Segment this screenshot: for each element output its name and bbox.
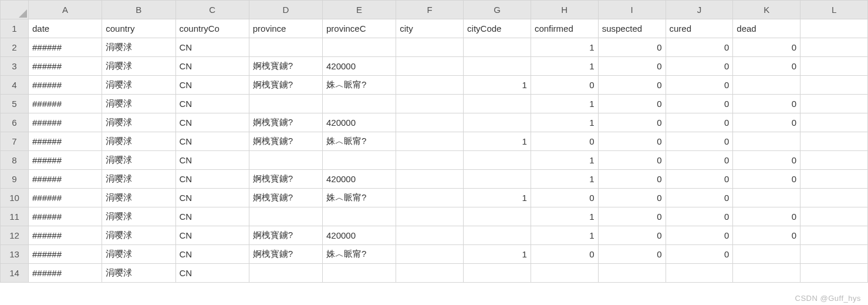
cell[interactable]: 0 — [666, 113, 733, 132]
cell[interactable]: 婀栧寳鐪? — [249, 113, 322, 132]
row-header-5[interactable]: 5 — [1, 95, 29, 113]
cell[interactable]: 婀栧寳鐪? — [249, 57, 322, 76]
cell[interactable]: province — [249, 19, 322, 38]
column-header-F[interactable]: F — [396, 1, 464, 19]
cell[interactable] — [249, 151, 322, 170]
cell[interactable]: 0 — [666, 95, 733, 113]
cell[interactable]: ###### — [29, 226, 102, 245]
cell[interactable]: 0 — [598, 207, 666, 226]
cell[interactable]: 0 — [666, 189, 733, 207]
cell[interactable] — [598, 264, 666, 283]
cell[interactable]: 姝︿眽甯? — [323, 189, 396, 207]
cell[interactable]: 420000 — [323, 57, 396, 76]
cell[interactable]: 涓嘤浗 — [102, 189, 175, 207]
cell[interactable] — [396, 76, 464, 95]
cell[interactable]: ###### — [29, 132, 102, 151]
cell[interactable]: 涓嘤浗 — [102, 95, 175, 113]
cell[interactable]: CN — [175, 57, 249, 76]
cell[interactable]: 0 — [598, 189, 666, 207]
cell[interactable]: 0 — [598, 132, 666, 151]
cell[interactable] — [396, 151, 464, 170]
cell[interactable]: countryCo — [175, 19, 249, 38]
cell[interactable] — [249, 95, 322, 113]
cell[interactable]: 涓嘤浗 — [102, 226, 175, 245]
row-header-3[interactable]: 3 — [1, 57, 29, 76]
cell[interactable]: confirmed — [531, 19, 598, 38]
cell[interactable] — [733, 189, 801, 207]
cell[interactable]: 涓嘤浗 — [102, 132, 175, 151]
cell[interactable]: ###### — [29, 38, 102, 57]
cell[interactable] — [733, 76, 801, 95]
row-header-8[interactable]: 8 — [1, 151, 29, 170]
cell[interactable]: 0 — [598, 38, 666, 57]
cell[interactable]: 0 — [666, 76, 733, 95]
cell[interactable]: 1 — [531, 113, 598, 132]
cell[interactable]: ###### — [29, 245, 102, 264]
cell[interactable]: 涓嘤浗 — [102, 245, 175, 264]
cell[interactable]: 0 — [598, 95, 666, 113]
cell[interactable] — [801, 113, 868, 132]
cell[interactable] — [666, 264, 733, 283]
cell[interactable]: 姝︿眽甯? — [323, 76, 396, 95]
cell[interactable]: 0 — [531, 245, 598, 264]
cell[interactable]: 涓嘤浗 — [102, 113, 175, 132]
cell[interactable] — [531, 264, 598, 283]
cell[interactable]: 1 — [464, 245, 531, 264]
cell[interactable] — [801, 226, 868, 245]
cell[interactable] — [396, 95, 464, 113]
cell[interactable] — [801, 95, 868, 113]
cell[interactable]: 婀栧寳鐪? — [249, 245, 322, 264]
cell[interactable] — [801, 245, 868, 264]
column-header-E[interactable]: E — [323, 1, 396, 19]
cell[interactable]: date — [29, 19, 102, 38]
cell[interactable] — [801, 151, 868, 170]
cell[interactable]: 0 — [598, 113, 666, 132]
cell[interactable]: cured — [666, 19, 733, 38]
cell[interactable] — [249, 38, 322, 57]
cell[interactable]: 涓嘤浗 — [102, 170, 175, 189]
cell[interactable]: CN — [175, 207, 249, 226]
row-header-6[interactable]: 6 — [1, 113, 29, 132]
cell[interactable]: ###### — [29, 207, 102, 226]
cell[interactable] — [464, 207, 531, 226]
cell[interactable]: 婀栧寳鐪? — [249, 76, 322, 95]
cell[interactable]: cityCode — [464, 19, 531, 38]
cell[interactable] — [733, 264, 801, 283]
cell[interactable] — [396, 226, 464, 245]
cell[interactable]: ###### — [29, 95, 102, 113]
cell[interactable]: 0 — [733, 113, 801, 132]
cell[interactable]: 婀栧寳鐪? — [249, 132, 322, 151]
row-header-12[interactable]: 12 — [1, 226, 29, 245]
cell[interactable] — [464, 170, 531, 189]
cell[interactable]: 0 — [598, 170, 666, 189]
cell[interactable] — [323, 151, 396, 170]
cell[interactable]: 0 — [531, 76, 598, 95]
cell[interactable]: 0 — [666, 226, 733, 245]
cell[interactable]: CN — [175, 113, 249, 132]
cell[interactable]: 0 — [666, 170, 733, 189]
row-header-9[interactable]: 9 — [1, 170, 29, 189]
cell[interactable] — [801, 57, 868, 76]
cell[interactable]: 0 — [733, 57, 801, 76]
cell[interactable]: 0 — [666, 245, 733, 264]
cell[interactable] — [464, 151, 531, 170]
cell[interactable] — [464, 57, 531, 76]
cell[interactable] — [464, 38, 531, 57]
cell[interactable]: 0 — [598, 57, 666, 76]
cell[interactable] — [464, 95, 531, 113]
cell[interactable] — [396, 57, 464, 76]
row-header-1[interactable]: 1 — [1, 19, 29, 38]
cell[interactable]: 0 — [598, 245, 666, 264]
cell[interactable] — [801, 264, 868, 283]
cell[interactable] — [801, 38, 868, 57]
cell[interactable]: 0 — [666, 57, 733, 76]
row-header-10[interactable]: 10 — [1, 189, 29, 207]
cell[interactable] — [464, 113, 531, 132]
cell[interactable] — [323, 38, 396, 57]
cell[interactable]: 0 — [733, 38, 801, 57]
cell[interactable]: CN — [175, 38, 249, 57]
select-all-corner[interactable] — [1, 1, 29, 19]
row-header-11[interactable]: 11 — [1, 207, 29, 226]
cell[interactable] — [323, 95, 396, 113]
column-header-J[interactable]: J — [666, 1, 733, 19]
